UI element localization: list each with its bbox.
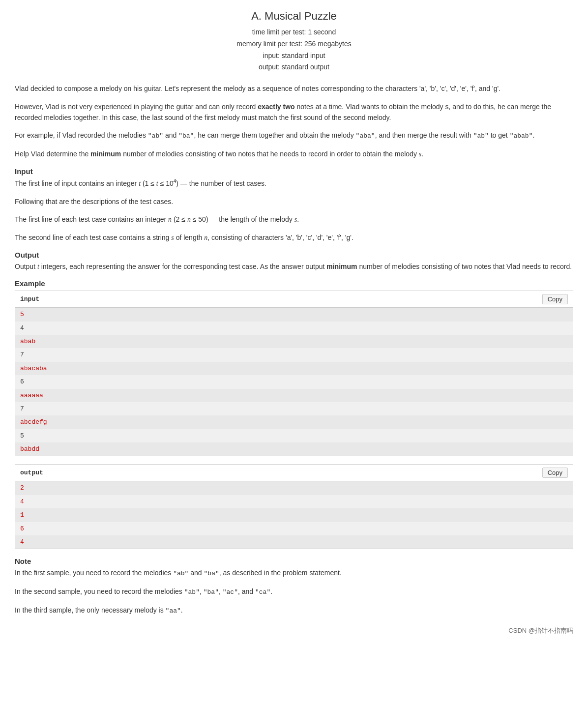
note-title: Note [15, 557, 573, 565]
output-example-table: output Copy 24164 [15, 464, 573, 549]
input-code-row: aaaaaa [15, 389, 573, 402]
meta-info: time limit per test: 1 second memory lim… [15, 27, 573, 73]
output-code-row: 6 [15, 522, 573, 535]
input-copy-button[interactable]: Copy [542, 294, 568, 304]
memory-limit: memory limit per test: 256 megabytes [15, 38, 573, 50]
input-code-row: babdd [15, 442, 573, 456]
input-p4: The second line of each test case contai… [15, 232, 573, 243]
paragraph-1: Vlad decided to compose a melody on his … [15, 83, 573, 94]
paragraph-2: However, Vlad is not very experienced in… [15, 101, 573, 123]
input-p2: Following that are the descriptions of t… [15, 196, 573, 207]
example-title: Example [15, 279, 573, 288]
input-p3: The first line of each test case contain… [15, 214, 573, 225]
note-p3: In the third sample, the only necessary … [15, 605, 573, 616]
input-code-row: 7 [15, 402, 573, 415]
output-label: output [20, 469, 43, 476]
paragraph-3: For example, if Vlad recorded the melodi… [15, 130, 573, 142]
note-p2: In the second sample, you need to record… [15, 586, 573, 598]
input-code-row: 7 [15, 348, 573, 361]
paragraph-4: Help Vlad determine the minimum number o… [15, 148, 573, 160]
footer: CSDN @指针不指南吗 [15, 626, 573, 635]
output-section-title: Output [15, 251, 573, 259]
output-code-row: 2 [15, 481, 573, 495]
input-label: input [20, 295, 39, 303]
input-p1: The first line of input contains an inte… [15, 177, 573, 189]
output-copy-button[interactable]: Copy [542, 468, 568, 478]
page-title: A. Musical Puzzle [15, 10, 573, 23]
input-code-row: abacaba [15, 362, 573, 375]
output-code-row: 4 [15, 535, 573, 549]
input-code-row: abab [15, 335, 573, 348]
input-example-header: input Copy [15, 291, 573, 308]
time-limit: time limit per test: 1 second [15, 27, 573, 38]
input-code-row: 4 [15, 322, 573, 335]
output-example-body: 24164 [15, 481, 573, 549]
input-code-row: 6 [15, 375, 573, 388]
input-code-row: abcdefg [15, 415, 573, 429]
input-example-table: input Copy 54abab7abacaba6aaaaaa7abcdefg… [15, 291, 573, 456]
note-p1: In the first sample, you need to record … [15, 567, 573, 579]
input-section-title: Input [15, 167, 573, 176]
output-p1: Output t integers, each representing the… [15, 261, 573, 272]
input-code-row: 5 [15, 308, 573, 321]
bold-exactly-two: exactly two [258, 103, 294, 111]
input-example-body: 54abab7abacaba6aaaaaa7abcdefg5babdd [15, 308, 573, 456]
output-example-header: output Copy [15, 465, 573, 481]
output-code-row: 1 [15, 508, 573, 522]
output-code-row: 4 [15, 495, 573, 508]
input-type: input: standard input [15, 50, 573, 62]
input-code-row: 5 [15, 429, 573, 442]
output-type: output: standard output [15, 61, 573, 73]
